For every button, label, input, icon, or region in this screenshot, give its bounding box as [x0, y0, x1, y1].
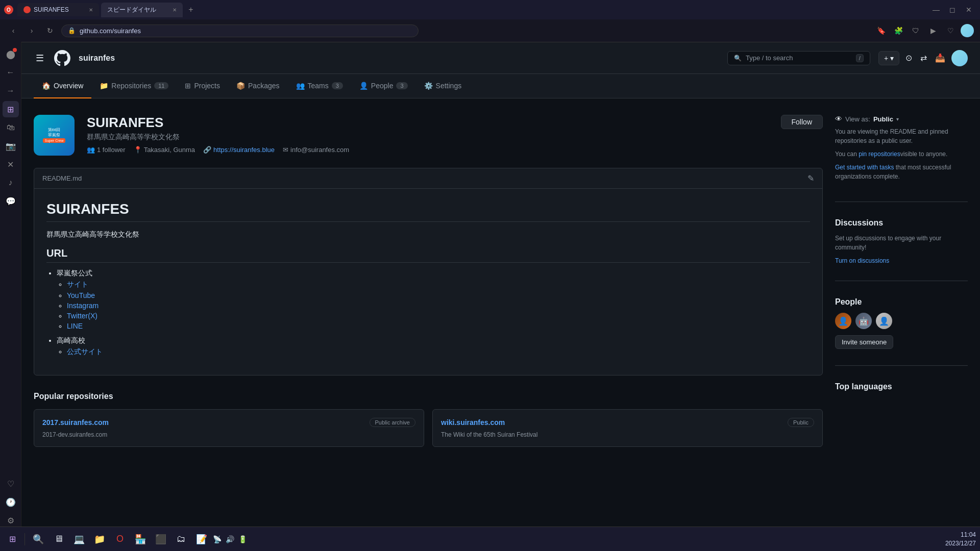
nav-item-people[interactable]: 👤 People 3 [351, 74, 416, 98]
org-info: SUIRANFES 群馬県立高崎高等学校文化祭 👥 1 follower 📍 T… [87, 115, 769, 154]
invite-someone-button[interactable]: Invite someone [835, 335, 893, 349]
gh-right-sidebar: 👁 View as: Public ▾ You are viewing the … [835, 115, 968, 535]
taskbar-icon-4[interactable]: 📁 [90, 530, 109, 548]
repo-link-2[interactable]: wiki.suiranfes.com [441, 418, 505, 427]
list-item-label-takasaki: 高崎高校 [57, 336, 85, 344]
gh-inbox-icon[interactable]: 📥 [933, 51, 947, 65]
nav-label-repositories: Repositories [111, 82, 151, 90]
site-link[interactable]: サイト [67, 280, 88, 288]
sidebar-divider-3 [835, 365, 968, 366]
close-button[interactable]: ✕ [962, 3, 976, 17]
tab-label-2: スピードダイヤル [107, 6, 156, 14]
popular-repos-section: Popular repositories 2017.suiranfes.com … [34, 392, 823, 447]
taskbar-volume-icon[interactable]: 🔊 [226, 535, 234, 543]
taskbar-vscode-icon[interactable]: 📝 [192, 530, 211, 548]
official-site-link[interactable]: 公式サイト [67, 347, 103, 356]
gh-plus-button[interactable]: + ▾ [878, 51, 899, 65]
forward-button[interactable]: › [24, 23, 39, 38]
twitter-link[interactable]: Twitter(X) [67, 312, 97, 320]
gh-pr-icon[interactable]: ⇄ [918, 51, 929, 65]
person-avatar-2[interactable]: 🤖 [855, 313, 872, 329]
email-icon: ✉ [283, 146, 288, 154]
person-avatar-1[interactable]: 👤 [835, 313, 851, 329]
view-as-tasks-text: Get started with tasks that most success… [835, 163, 968, 181]
location-text: Takasaki, Gunma [144, 146, 195, 154]
person-avatar-3[interactable]: 👤 [876, 313, 892, 329]
view-as-value[interactable]: Public [873, 115, 893, 123]
taskbar-wifi-icon[interactable]: 📡 [213, 535, 222, 543]
repositories-badge: 11 [154, 82, 168, 89]
nav-item-projects[interactable]: ⊞ Projects [177, 74, 228, 98]
repo-card-header-2: wiki.suiranfes.com Public [441, 418, 814, 427]
gh-org-name: suiranfes [79, 54, 115, 63]
back-button[interactable]: ‹ [6, 23, 20, 38]
tab-label: SUIRANFES [34, 6, 69, 13]
repo-badge-1: Public archive [370, 418, 415, 427]
taskbar-icon-1[interactable]: 🔍 [29, 530, 47, 548]
org-website[interactable]: 🔗 https://suiranfes.blue [203, 146, 275, 154]
taskbar-sys-icons: 📡 🔊 🔋 [213, 535, 247, 543]
heart-icon[interactable]: ♡ [943, 23, 958, 38]
browser-chrome: O SUIRANFES ✕ スピードダイヤル ✕ + — ◻ ✕ ‹ › ↻ 🔒… [0, 0, 980, 42]
github-app: ☰ suiranfes 🔍 Type / to search / + ▾ ⊙ ⇄… [21, 42, 980, 551]
repo-card-2: wiki.suiranfes.com Public The Wiki of th… [432, 409, 823, 447]
reload-button[interactable]: ↻ [43, 23, 57, 38]
taskbar-icon-3[interactable]: 💻 [70, 530, 88, 548]
eye-icon: 👁 [835, 115, 842, 123]
start-button[interactable]: ⊞ [4, 531, 20, 547]
list-item-takasaki: 高崎高校 公式サイト [57, 336, 810, 357]
extensions-icon[interactable]: 🧩 [891, 23, 905, 38]
windows-taskbar: ⊞ 🔍 🖥 💻 📁 O 🏪 ⬛ 🗂 📝 📡 🔊 🔋 11:04 2023/12/… [0, 527, 980, 551]
readme-body: SUIRANFES 群馬県立高崎高等学校文化祭 URL 翠嵐祭公式 サイト Yo [34, 189, 822, 375]
get-started-link[interactable]: Get started with tasks [835, 164, 894, 171]
gh-org-header: 第66回翠嵐祭 Super Crew SUIRANFES 群馬県立高崎高等学校文… [34, 115, 823, 156]
turn-on-discussions-link[interactable]: Turn on discussions [835, 257, 889, 264]
line-link[interactable]: LINE [67, 322, 83, 330]
taskbar-opera-icon[interactable]: O [111, 530, 129, 548]
nav-item-teams[interactable]: 👥 Teams 3 [288, 74, 351, 98]
address-bar[interactable]: 🔒 github.com/suiranfes [61, 24, 419, 37]
pin-repositories-link[interactable]: pin repositories [859, 151, 900, 158]
website-link[interactable]: https://suiranfes.blue [213, 146, 275, 154]
view-as-dropdown-icon[interactable]: ▾ [896, 116, 899, 122]
taskbar-files-icon[interactable]: 🗂 [172, 530, 190, 548]
tab-close-btn-2[interactable]: ✕ [173, 7, 177, 13]
repo-link-1[interactable]: 2017.suiranfes.com [42, 418, 109, 427]
view-as-section: 👁 View as: Public ▾ You are viewing the … [835, 115, 968, 185]
discussions-title: Discussions [835, 218, 968, 228]
taskbar-clock[interactable]: 11:04 2023/12/27 [945, 531, 976, 548]
instagram-link[interactable]: Instagram [67, 302, 99, 310]
gh-issues-icon[interactable]: ⊙ [903, 51, 914, 65]
gh-header-icons: + ▾ ⊙ ⇄ 📥 [878, 50, 968, 66]
gh-user-avatar[interactable] [951, 50, 968, 66]
follow-button[interactable]: Follow [781, 115, 823, 129]
taskbar-store-icon[interactable]: 🏪 [131, 530, 150, 548]
people-icon: 👤 [359, 82, 368, 90]
nav-item-repositories[interactable]: 📁 Repositories 11 [91, 74, 177, 98]
shield-icon[interactable]: 🛡 [909, 23, 923, 38]
play-icon[interactable]: ▶ [926, 23, 940, 38]
repo-card-header-1: 2017.suiranfes.com Public archive [42, 418, 415, 427]
follower-count: 1 follower [97, 146, 126, 154]
taskbar-battery-icon[interactable]: 🔋 [238, 535, 247, 543]
gh-search-bar[interactable]: 🔍 Type / to search / [727, 51, 870, 65]
nav-item-overview[interactable]: 🏠 Overview [34, 74, 91, 98]
lock-icon: 🔒 [68, 27, 76, 34]
inactive-tab[interactable]: スピードダイヤル ✕ [101, 3, 183, 17]
readme-edit-icon[interactable]: ✎ [807, 173, 814, 183]
browser-user-avatar[interactable] [961, 24, 974, 37]
active-tab[interactable]: SUIRANFES ✕ [17, 3, 99, 16]
youtube-link[interactable]: YouTube [67, 291, 95, 299]
minimize-button[interactable]: — [929, 3, 943, 17]
taskbar-icon-2[interactable]: 🖥 [50, 530, 68, 548]
new-tab-button[interactable]: + [185, 4, 197, 16]
nav-item-settings[interactable]: ⚙️ Settings [416, 74, 470, 98]
bookmarks-icon[interactable]: 🔖 [874, 23, 888, 38]
tab-close-btn[interactable]: ✕ [89, 7, 93, 13]
taskbar-terminal-icon[interactable]: ⬛ [152, 530, 170, 548]
nav-item-packages[interactable]: 📦 Packages [228, 74, 287, 98]
browser-right-icons: 🔖 🧩 🛡 ▶ ♡ [874, 23, 974, 38]
maximize-button[interactable]: ◻ [945, 3, 960, 17]
view-as-row: 👁 View as: Public ▾ [835, 115, 968, 123]
hamburger-menu-icon[interactable]: ☰ [34, 51, 46, 66]
